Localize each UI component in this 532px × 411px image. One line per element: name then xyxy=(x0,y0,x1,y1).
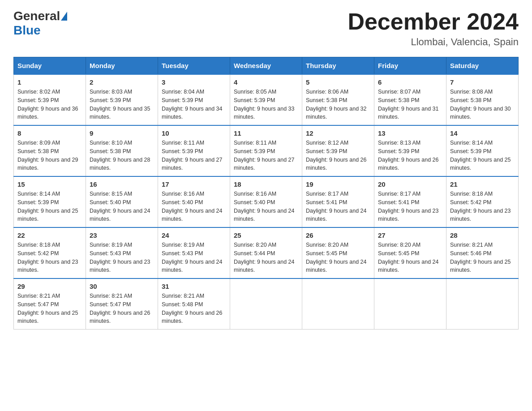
column-header-monday: Monday xyxy=(86,57,158,75)
day-number: 27 xyxy=(378,231,442,239)
day-number: 10 xyxy=(162,129,226,137)
day-number: 8 xyxy=(17,129,82,137)
day-number: 16 xyxy=(90,180,154,188)
day-number: 14 xyxy=(450,129,515,137)
calendar-cell xyxy=(302,278,374,330)
sun-info: Sunrise: 8:07 AMSunset: 5:38 PMDaylight:… xyxy=(378,89,439,120)
calendar-header-row: SundayMondayTuesdayWednesdayThursdayFrid… xyxy=(14,57,519,75)
day-number: 3 xyxy=(162,78,226,86)
calendar-cell: 7 Sunrise: 8:08 AMSunset: 5:38 PMDayligh… xyxy=(446,74,519,125)
calendar-cell: 29 Sunrise: 8:21 AMSunset: 5:47 PMDaylig… xyxy=(14,278,86,330)
sun-info: Sunrise: 8:12 AMSunset: 5:39 PMDaylight:… xyxy=(306,140,367,171)
calendar-cell: 15 Sunrise: 8:14 AMSunset: 5:39 PMDaylig… xyxy=(14,176,86,227)
calendar-cell: 20 Sunrise: 8:17 AMSunset: 5:41 PMDaylig… xyxy=(374,176,446,227)
day-number: 4 xyxy=(234,78,298,86)
sun-info: Sunrise: 8:20 AMSunset: 5:45 PMDaylight:… xyxy=(378,242,439,273)
calendar-week-row: 29 Sunrise: 8:21 AMSunset: 5:47 PMDaylig… xyxy=(14,278,519,330)
calendar-cell: 22 Sunrise: 8:18 AMSunset: 5:42 PMDaylig… xyxy=(14,227,86,278)
calendar-cell xyxy=(230,278,302,330)
day-number: 6 xyxy=(378,78,442,86)
day-number: 25 xyxy=(234,231,298,239)
day-number: 13 xyxy=(378,129,442,137)
calendar-cell: 1 Sunrise: 8:02 AMSunset: 5:39 PMDayligh… xyxy=(14,74,86,125)
sun-info: Sunrise: 8:08 AMSunset: 5:38 PMDaylight:… xyxy=(450,89,511,120)
calendar-cell: 17 Sunrise: 8:16 AMSunset: 5:40 PMDaylig… xyxy=(158,176,230,227)
day-number: 12 xyxy=(306,129,370,137)
calendar-cell: 14 Sunrise: 8:14 AMSunset: 5:39 PMDaylig… xyxy=(446,125,519,176)
sun-info: Sunrise: 8:02 AMSunset: 5:39 PMDaylight:… xyxy=(17,89,78,120)
sun-info: Sunrise: 8:17 AMSunset: 5:41 PMDaylight:… xyxy=(306,191,367,222)
sun-info: Sunrise: 8:03 AMSunset: 5:39 PMDaylight:… xyxy=(90,89,150,120)
day-number: 7 xyxy=(450,78,515,86)
sun-info: Sunrise: 8:10 AMSunset: 5:38 PMDaylight:… xyxy=(90,140,150,171)
day-number: 5 xyxy=(306,78,370,86)
calendar-week-row: 22 Sunrise: 8:18 AMSunset: 5:42 PMDaylig… xyxy=(14,227,519,278)
calendar-cell: 30 Sunrise: 8:21 AMSunset: 5:47 PMDaylig… xyxy=(86,278,158,330)
day-number: 28 xyxy=(450,231,515,239)
sun-info: Sunrise: 8:21 AMSunset: 5:47 PMDaylight:… xyxy=(90,293,150,324)
calendar-cell: 13 Sunrise: 8:13 AMSunset: 5:39 PMDaylig… xyxy=(374,125,446,176)
day-number: 1 xyxy=(17,78,82,86)
day-number: 19 xyxy=(306,180,370,188)
sun-info: Sunrise: 8:16 AMSunset: 5:40 PMDaylight:… xyxy=(234,191,295,222)
sun-info: Sunrise: 8:16 AMSunset: 5:40 PMDaylight:… xyxy=(162,191,223,222)
sun-info: Sunrise: 8:15 AMSunset: 5:40 PMDaylight:… xyxy=(90,191,150,222)
sun-info: Sunrise: 8:17 AMSunset: 5:41 PMDaylight:… xyxy=(378,191,439,222)
calendar-cell: 24 Sunrise: 8:19 AMSunset: 5:43 PMDaylig… xyxy=(158,227,230,278)
sun-info: Sunrise: 8:20 AMSunset: 5:44 PMDaylight:… xyxy=(234,242,295,273)
calendar-cell: 21 Sunrise: 8:18 AMSunset: 5:42 PMDaylig… xyxy=(446,176,519,227)
sun-info: Sunrise: 8:18 AMSunset: 5:42 PMDaylight:… xyxy=(450,191,511,222)
page-header: General Blue December 2024 Llombai, Vale… xyxy=(13,9,519,48)
calendar-cell: 5 Sunrise: 8:06 AMSunset: 5:38 PMDayligh… xyxy=(302,74,374,125)
calendar-table: SundayMondayTuesdayWednesdayThursdayFrid… xyxy=(13,57,519,330)
sun-info: Sunrise: 8:14 AMSunset: 5:39 PMDaylight:… xyxy=(450,140,511,171)
month-title: December 2024 xyxy=(348,9,519,34)
logo: General Blue xyxy=(13,9,68,38)
day-number: 29 xyxy=(17,283,82,290)
calendar-cell: 4 Sunrise: 8:05 AMSunset: 5:39 PMDayligh… xyxy=(230,74,302,125)
day-number: 21 xyxy=(450,180,515,188)
day-number: 22 xyxy=(17,231,82,239)
logo-general-text: General xyxy=(13,9,60,23)
sun-info: Sunrise: 8:21 AMSunset: 5:47 PMDaylight:… xyxy=(17,293,78,324)
column-header-saturday: Saturday xyxy=(446,57,519,75)
location-text: Llombai, Valencia, Spain xyxy=(348,36,519,48)
sun-info: Sunrise: 8:14 AMSunset: 5:39 PMDaylight:… xyxy=(17,191,78,222)
calendar-cell: 31 Sunrise: 8:21 AMSunset: 5:48 PMDaylig… xyxy=(158,278,230,330)
sun-info: Sunrise: 8:09 AMSunset: 5:38 PMDaylight:… xyxy=(17,140,78,171)
sun-info: Sunrise: 8:11 AMSunset: 5:39 PMDaylight:… xyxy=(162,140,223,171)
sun-info: Sunrise: 8:13 AMSunset: 5:39 PMDaylight:… xyxy=(378,140,439,171)
calendar-cell: 28 Sunrise: 8:21 AMSunset: 5:46 PMDaylig… xyxy=(446,227,519,278)
calendar-cell xyxy=(446,278,519,330)
day-number: 2 xyxy=(90,78,154,86)
calendar-cell: 12 Sunrise: 8:12 AMSunset: 5:39 PMDaylig… xyxy=(302,125,374,176)
day-number: 30 xyxy=(90,283,154,290)
calendar-cell: 3 Sunrise: 8:04 AMSunset: 5:39 PMDayligh… xyxy=(158,74,230,125)
calendar-cell: 9 Sunrise: 8:10 AMSunset: 5:38 PMDayligh… xyxy=(86,125,158,176)
sun-info: Sunrise: 8:06 AMSunset: 5:38 PMDaylight:… xyxy=(306,89,367,120)
calendar-cell: 10 Sunrise: 8:11 AMSunset: 5:39 PMDaylig… xyxy=(158,125,230,176)
calendar-cell xyxy=(374,278,446,330)
day-number: 23 xyxy=(90,231,154,239)
calendar-cell: 23 Sunrise: 8:19 AMSunset: 5:43 PMDaylig… xyxy=(86,227,158,278)
day-number: 31 xyxy=(162,283,226,290)
calendar-week-row: 15 Sunrise: 8:14 AMSunset: 5:39 PMDaylig… xyxy=(14,176,519,227)
calendar-cell: 19 Sunrise: 8:17 AMSunset: 5:41 PMDaylig… xyxy=(302,176,374,227)
calendar-week-row: 1 Sunrise: 8:02 AMSunset: 5:39 PMDayligh… xyxy=(14,74,519,125)
calendar-cell: 26 Sunrise: 8:20 AMSunset: 5:45 PMDaylig… xyxy=(302,227,374,278)
sun-info: Sunrise: 8:21 AMSunset: 5:48 PMDaylight:… xyxy=(162,293,223,324)
calendar-cell: 16 Sunrise: 8:15 AMSunset: 5:40 PMDaylig… xyxy=(86,176,158,227)
day-number: 24 xyxy=(162,231,226,239)
day-number: 17 xyxy=(162,180,226,188)
column-header-friday: Friday xyxy=(374,57,446,75)
column-header-sunday: Sunday xyxy=(14,57,86,75)
column-header-tuesday: Tuesday xyxy=(158,57,230,75)
day-number: 20 xyxy=(378,180,442,188)
calendar-cell: 2 Sunrise: 8:03 AMSunset: 5:39 PMDayligh… xyxy=(86,74,158,125)
day-number: 18 xyxy=(234,180,298,188)
calendar-cell: 27 Sunrise: 8:20 AMSunset: 5:45 PMDaylig… xyxy=(374,227,446,278)
sun-info: Sunrise: 8:19 AMSunset: 5:43 PMDaylight:… xyxy=(90,242,150,273)
logo-triangle-icon xyxy=(61,12,67,21)
calendar-cell: 18 Sunrise: 8:16 AMSunset: 5:40 PMDaylig… xyxy=(230,176,302,227)
sun-info: Sunrise: 8:21 AMSunset: 5:46 PMDaylight:… xyxy=(450,242,511,273)
